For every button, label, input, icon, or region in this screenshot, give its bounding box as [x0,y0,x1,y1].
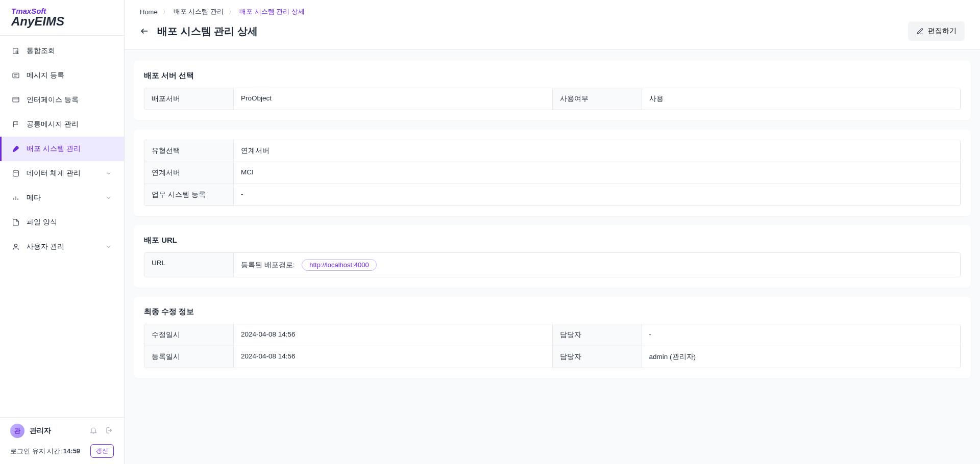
sidebar-item-label: 통합조회 [27,46,113,56]
main-header: Home 〉 배포 시스템 관리 〉 배포 시스템 관리 상세 배포 시스템 관… [125,0,980,49]
sidebar-item-label: 데이터 체계 관리 [27,169,106,178]
title-row: 배포 시스템 관리 상세 편집하기 [140,21,965,41]
field-label: 연계서버 [144,162,234,184]
field-value: 2024-04-08 14:56 [234,324,553,346]
card-title: 배포 URL [144,236,961,245]
card-modified: 최종 수정 정보 수정일시 2024-04-08 14:56 담당자 - 등록일… [134,297,971,378]
table-row: 업무 시스템 등록 - [144,184,960,205]
sidebar-item-meta[interactable]: 메타 [0,186,124,210]
user-icon [11,242,20,251]
sidebar-item-deploy[interactable]: 배포 시스템 관리 [0,137,124,161]
logout-icon[interactable] [105,426,114,435]
detail-table: 유형선택 연계서버 연계서버 MCI 업무 시스템 등록 - [144,140,961,206]
session-time: 14:59 [63,447,80,455]
card-server-select: 배포 서버 선택 배포서버 ProObject 사용여부 사용 [134,61,971,120]
sidebar-item-message[interactable]: 메시지 등록 [0,63,124,88]
sidebar-footer: 관 관리자 로그인 유지 시간:14:59 갱신 [0,417,124,464]
sidebar-item-label: 인터페이스 등록 [27,95,113,105]
table-row: 수정일시 2024-04-08 14:56 담당자 - [144,324,960,346]
field-value: 2024-04-08 14:56 [234,346,553,368]
edit-icon [916,28,924,35]
field-label: 수정일시 [144,324,234,346]
logo[interactable]: TmaxSoft AnyEIMS [0,0,124,36]
sidebar-item-label: 메타 [27,193,106,202]
page-title: 배포 시스템 관리 상세 [157,24,258,38]
crumb-level1[interactable]: 배포 시스템 관리 [174,7,224,16]
message-icon [11,71,20,80]
search-doc-icon [11,46,20,56]
card-type: 유형선택 연계서버 연계서버 MCI 업무 시스템 등록 - [134,130,971,216]
session-row: 로그인 유지 시간:14:59 갱신 [10,444,114,458]
detail-table: 배포서버 ProObject 사용여부 사용 [144,88,961,110]
sidebar-item-data[interactable]: 데이터 체계 관리 [0,161,124,186]
card-title: 배포 서버 선택 [144,71,961,81]
field-label: 담당자 [553,324,642,346]
chevron-right-icon: 〉 [229,8,234,16]
sidebar-item-label: 파일 양식 [27,218,113,227]
crumb-level2: 배포 시스템 관리 상세 [239,7,305,16]
sidebar-item-label: 배포 시스템 관리 [27,144,113,153]
table-row: URL 등록된 배포경로: http://localhost:4000 [144,253,960,277]
logo-product: AnyEIMS [11,15,114,28]
field-label: 등록일시 [144,346,234,368]
svg-rect-6 [13,97,19,102]
edit-button[interactable]: 편집하기 [908,21,965,41]
url-prefix: 등록된 배포경로: [241,261,295,269]
field-value: - [234,184,960,205]
rocket-icon [11,144,20,153]
card-title: 최종 수정 정보 [144,307,961,317]
chart-icon [11,193,20,202]
sidebar-item-label: 메시지 등록 [27,71,113,80]
session-label: 로그인 유지 시간:14:59 [10,447,80,456]
sidebar-nav: 통합조회 메시지 등록 인터페이스 등록 공통메시지 관리 배포 시스템 관리 … [0,36,124,417]
avatar[interactable]: 관 [10,424,24,438]
svg-rect-3 [13,73,19,78]
field-value: ProObject [234,88,553,110]
bell-icon[interactable] [89,426,99,435]
field-value: admin (관리자) [642,346,961,368]
table-row: 배포서버 ProObject 사용여부 사용 [144,88,960,110]
sidebar-item-label: 공통메시지 관리 [27,120,113,129]
user-name: 관리자 [30,426,83,435]
field-label: 업무 시스템 등록 [144,184,234,205]
edit-button-label: 편집하기 [928,27,957,36]
file-icon [11,218,20,227]
main: Home 〉 배포 시스템 관리 〉 배포 시스템 관리 상세 배포 시스템 관… [125,0,980,464]
field-label: 배포서버 [144,88,234,110]
sidebar-item-search[interactable]: 통합조회 [0,39,124,63]
field-label: URL [144,253,234,277]
card-url: 배포 URL URL 등록된 배포경로: http://localhost:40… [134,225,971,288]
sidebar-item-file[interactable]: 파일 양식 [0,210,124,235]
svg-point-12 [14,244,17,247]
interface-icon [11,95,20,105]
chevron-down-icon [106,170,113,177]
field-value: MCI [234,162,960,184]
detail-table: 수정일시 2024-04-08 14:56 담당자 - 등록일시 2024-04… [144,324,961,368]
table-row: 유형선택 연계서버 [144,140,960,162]
svg-point-8 [13,170,19,172]
database-icon [11,169,20,178]
table-row: 등록일시 2024-04-08 14:56 담당자 admin (관리자) [144,346,960,368]
chevron-down-icon [106,194,113,201]
logo-company: TmaxSoft [11,7,114,15]
sidebar-item-common-message[interactable]: 공통메시지 관리 [0,112,124,137]
user-row: 관 관리자 [10,424,114,438]
field-value: 사용 [642,88,961,110]
url-badge[interactable]: http://localhost:4000 [302,259,376,271]
sidebar-item-interface[interactable]: 인터페이스 등록 [0,88,124,112]
field-label: 유형선택 [144,140,234,162]
content: 배포 서버 선택 배포서버 ProObject 사용여부 사용 유형선택 연계서… [125,49,980,464]
sidebar-item-label: 사용자 관리 [27,242,106,251]
chevron-down-icon [106,243,113,250]
flag-icon [11,120,20,129]
refresh-button[interactable]: 갱신 [90,444,114,458]
back-button[interactable] [140,26,150,36]
field-label: 사용여부 [553,88,642,110]
field-value: 등록된 배포경로: http://localhost:4000 [234,253,960,277]
sidebar-item-users[interactable]: 사용자 관리 [0,235,124,259]
field-value: - [642,324,961,346]
crumb-home[interactable]: Home [140,8,158,16]
chevron-right-icon: 〉 [163,8,168,16]
breadcrumb: Home 〉 배포 시스템 관리 〉 배포 시스템 관리 상세 [140,7,965,16]
table-row: 연계서버 MCI [144,162,960,184]
